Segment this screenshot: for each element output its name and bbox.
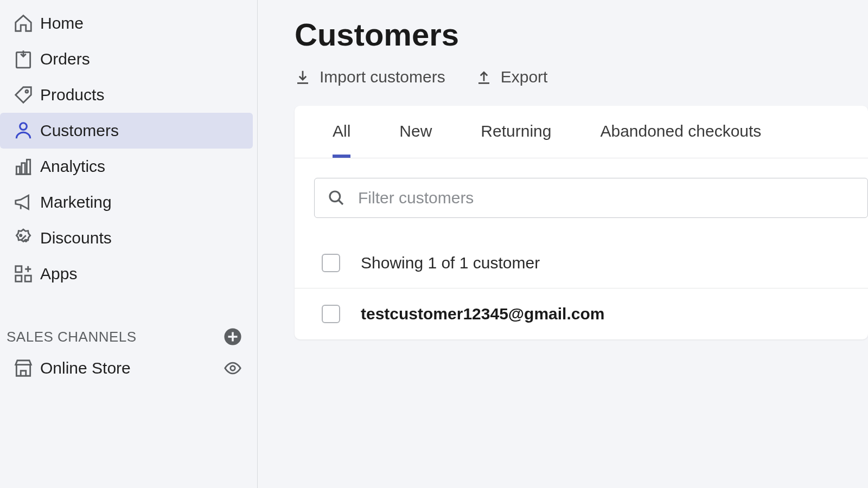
orders-icon bbox=[7, 49, 40, 69]
tab-all[interactable]: All bbox=[333, 106, 350, 158]
sidebar: Home Orders Products Customers Analytics… bbox=[0, 0, 258, 488]
store-icon bbox=[7, 358, 40, 378]
customer-row[interactable]: testcustomer12345@gmail.com bbox=[295, 288, 868, 339]
tabs: All New Returning Abandoned checkouts bbox=[295, 106, 868, 158]
sidebar-item-marketing[interactable]: Marketing bbox=[0, 184, 253, 220]
svg-point-13 bbox=[330, 191, 340, 202]
svg-point-2 bbox=[20, 123, 27, 130]
search-icon bbox=[328, 189, 345, 207]
svg-rect-9 bbox=[16, 275, 22, 281]
svg-rect-3 bbox=[16, 166, 20, 174]
sidebar-item-analytics[interactable]: Analytics bbox=[0, 149, 253, 184]
view-store-button[interactable] bbox=[224, 359, 257, 377]
import-customers-button[interactable]: Import customers bbox=[295, 68, 445, 86]
row-checkbox[interactable] bbox=[322, 305, 340, 323]
sidebar-item-products[interactable]: Products bbox=[0, 77, 253, 113]
filter-customers-input[interactable] bbox=[358, 189, 854, 207]
sidebar-item-orders[interactable]: Orders bbox=[0, 41, 253, 77]
svg-rect-10 bbox=[25, 275, 31, 281]
channel-label: Online Store bbox=[40, 359, 224, 377]
svg-point-12 bbox=[231, 366, 235, 371]
add-channel-button[interactable] bbox=[224, 328, 242, 346]
list-header: Showing 1 of 1 customer bbox=[295, 237, 868, 288]
svg-rect-4 bbox=[22, 163, 25, 175]
svg-point-6 bbox=[20, 235, 22, 236]
export-icon bbox=[476, 69, 492, 85]
person-icon bbox=[7, 120, 40, 141]
select-all-checkbox[interactable] bbox=[322, 254, 340, 272]
sidebar-item-apps[interactable]: Apps bbox=[0, 256, 253, 292]
sidebar-label: Analytics bbox=[40, 157, 105, 176]
sales-channels-header: SALES CHANNELS bbox=[0, 323, 257, 350]
svg-rect-5 bbox=[27, 159, 30, 174]
sidebar-item-discounts[interactable]: Discounts bbox=[0, 220, 253, 256]
export-button[interactable]: Export bbox=[476, 68, 548, 86]
import-icon bbox=[295, 69, 311, 85]
page-title: Customers bbox=[295, 16, 868, 53]
apps-icon bbox=[7, 264, 40, 284]
channel-item-online-store[interactable]: Online Store bbox=[0, 350, 257, 386]
sidebar-label: Apps bbox=[40, 265, 77, 283]
discount-icon bbox=[7, 228, 40, 248]
import-label: Import customers bbox=[320, 68, 445, 86]
main-content: Customers Import customers Export All Ne… bbox=[258, 0, 868, 488]
export-label: Export bbox=[501, 68, 548, 86]
sales-channels-title: SALES CHANNELS bbox=[7, 329, 137, 345]
sidebar-label: Orders bbox=[40, 50, 90, 68]
sidebar-label: Customers bbox=[40, 121, 119, 140]
tab-new[interactable]: New bbox=[399, 106, 432, 158]
svg-point-1 bbox=[25, 90, 28, 93]
search-box bbox=[314, 178, 868, 218]
tag-icon bbox=[7, 85, 40, 105]
list-summary: Showing 1 of 1 customer bbox=[361, 254, 540, 272]
sidebar-item-home[interactable]: Home bbox=[0, 5, 253, 41]
megaphone-icon bbox=[7, 192, 40, 213]
sidebar-label: Products bbox=[40, 86, 104, 104]
search-row bbox=[295, 158, 868, 237]
home-icon bbox=[7, 13, 40, 34]
toolbar: Import customers Export bbox=[295, 68, 868, 86]
tab-returning[interactable]: Returning bbox=[481, 106, 551, 158]
sidebar-label: Discounts bbox=[40, 229, 112, 247]
analytics-icon bbox=[7, 156, 40, 177]
customers-card: All New Returning Abandoned checkouts Sh… bbox=[295, 106, 868, 339]
customer-email: testcustomer12345@gmail.com bbox=[361, 305, 604, 323]
tab-abandoned-checkouts[interactable]: Abandoned checkouts bbox=[600, 106, 761, 158]
svg-rect-8 bbox=[16, 266, 22, 272]
svg-point-7 bbox=[25, 240, 27, 241]
sidebar-label: Marketing bbox=[40, 193, 112, 211]
sidebar-label: Home bbox=[40, 14, 84, 33]
sidebar-item-customers[interactable]: Customers bbox=[0, 113, 253, 149]
